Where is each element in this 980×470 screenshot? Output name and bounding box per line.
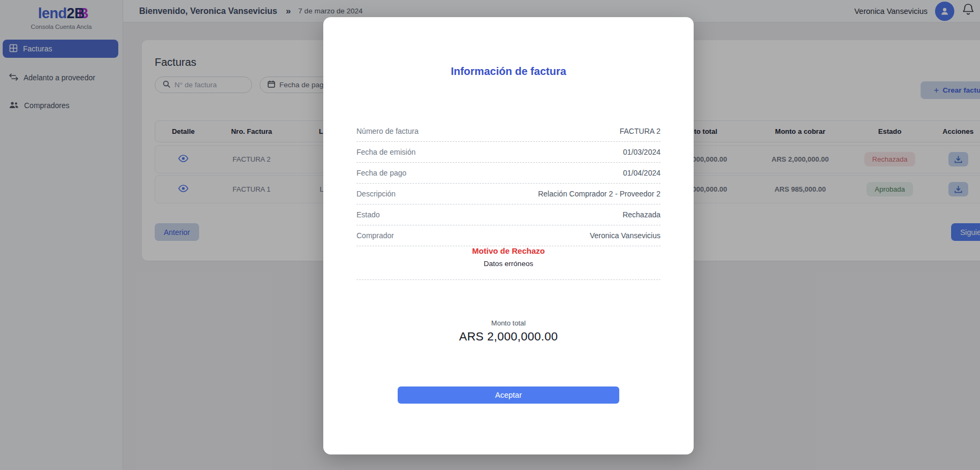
invoice-fields: Número de factura FACTURA 2 Fecha de emi… [356, 121, 660, 246]
field-label: Comprador [356, 231, 394, 240]
field-row: Fecha de emisión 01/03/2024 [356, 142, 660, 163]
total-value: ARS 2,000,000.00 [323, 330, 694, 344]
field-value: 01/03/2024 [623, 148, 660, 156]
accept-button[interactable]: Aceptar [398, 386, 619, 404]
field-row: Número de factura FACTURA 2 [356, 121, 660, 142]
field-value: FACTURA 2 [620, 127, 660, 135]
rejection-section: Motivo de Rechazo Datos erróneos [356, 246, 660, 280]
field-row: Fecha de pago 01/04/2024 [356, 163, 660, 184]
invoice-info-modal: Información de factura Número de factura… [323, 17, 694, 454]
field-label: Fecha de emisión [356, 148, 416, 156]
rejection-reason: Datos erróneos [356, 260, 660, 268]
field-value: 01/04/2024 [623, 169, 660, 177]
field-row: Comprador Veronica Vansevicius [356, 225, 660, 246]
total-label: Monto total [323, 319, 694, 327]
field-label: Número de factura [356, 127, 419, 135]
rejection-title: Motivo de Rechazo [356, 246, 660, 255]
field-label: Estado [356, 210, 380, 219]
field-row: Estado Rechazada [356, 204, 660, 225]
field-value: Veronica Vansevicius [590, 231, 660, 240]
modal-title: Información de factura [323, 65, 694, 78]
total-section: Monto total ARS 2,000,000.00 [323, 319, 694, 344]
field-value: Relación Comprador 2 - Proveedor 2 [538, 189, 660, 198]
field-label: Descripción [356, 189, 396, 198]
field-row: Descripción Relación Comprador 2 - Prove… [356, 184, 660, 204]
field-label: Fecha de pago [356, 169, 406, 177]
field-value: Rechazada [622, 210, 660, 219]
